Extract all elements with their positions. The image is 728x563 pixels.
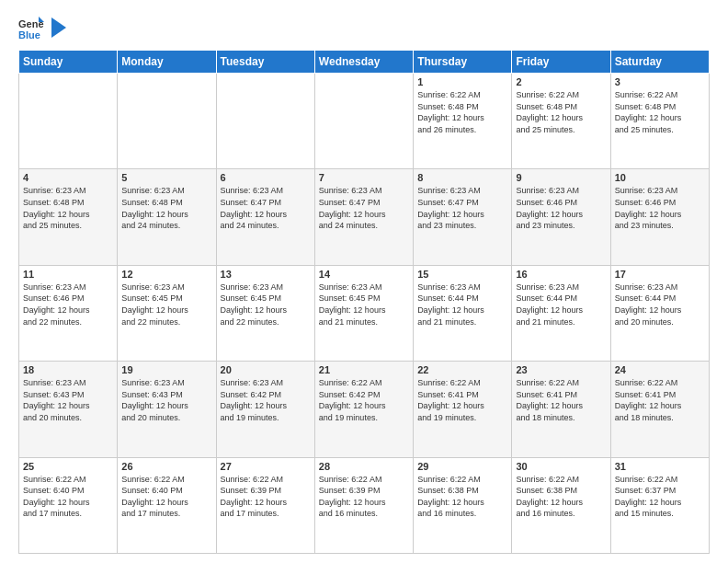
day-header-saturday: Saturday xyxy=(610,51,709,74)
calendar-cell: 17Sunrise: 6:23 AM Sunset: 6:44 PM Dayli… xyxy=(610,265,709,361)
calendar-cell: 10Sunrise: 6:23 AM Sunset: 6:46 PM Dayli… xyxy=(610,169,709,265)
calendar-cell: 12Sunrise: 6:23 AM Sunset: 6:45 PM Dayli… xyxy=(118,265,216,361)
svg-marker-3 xyxy=(51,17,66,38)
day-number: 21 xyxy=(319,364,409,375)
day-header-monday: Monday xyxy=(118,51,216,74)
day-info: Sunrise: 6:22 AM Sunset: 6:38 PM Dayligh… xyxy=(417,474,507,520)
day-number: 9 xyxy=(516,172,606,183)
calendar-cell: 15Sunrise: 6:23 AM Sunset: 6:44 PM Dayli… xyxy=(414,265,512,361)
day-header-thursday: Thursday xyxy=(414,51,512,74)
calendar-cell: 8Sunrise: 6:23 AM Sunset: 6:47 PM Daylig… xyxy=(414,169,512,265)
day-number: 13 xyxy=(221,269,311,280)
day-number: 12 xyxy=(121,269,211,280)
day-number: 23 xyxy=(516,364,606,375)
day-number: 6 xyxy=(221,172,311,183)
week-row-2: 4Sunrise: 6:23 AM Sunset: 6:48 PM Daylig… xyxy=(19,169,710,265)
day-number: 16 xyxy=(516,269,606,280)
calendar-cell: 21Sunrise: 6:22 AM Sunset: 6:42 PM Dayli… xyxy=(314,362,413,457)
calendar-cell xyxy=(118,74,216,169)
week-row-4: 18Sunrise: 6:23 AM Sunset: 6:43 PM Dayli… xyxy=(19,362,710,457)
logo: General Blue xyxy=(18,15,66,40)
calendar-table: SundayMondayTuesdayWednesdayThursdayFrid… xyxy=(18,50,710,554)
day-info: Sunrise: 6:23 AM Sunset: 6:42 PM Dayligh… xyxy=(221,377,311,423)
calendar-cell: 20Sunrise: 6:23 AM Sunset: 6:42 PM Dayli… xyxy=(216,362,314,457)
calendar-cell: 16Sunrise: 6:23 AM Sunset: 6:44 PM Dayli… xyxy=(512,265,610,361)
day-number: 28 xyxy=(319,461,409,472)
week-row-1: 1Sunrise: 6:22 AM Sunset: 6:48 PM Daylig… xyxy=(19,74,710,169)
day-number: 15 xyxy=(417,269,507,280)
day-header-tuesday: Tuesday xyxy=(216,51,314,74)
header: General Blue xyxy=(18,15,710,40)
calendar-cell: 9Sunrise: 6:23 AM Sunset: 6:46 PM Daylig… xyxy=(512,169,610,265)
calendar-cell: 25Sunrise: 6:22 AM Sunset: 6:40 PM Dayli… xyxy=(19,457,118,553)
day-number: 4 xyxy=(23,172,113,183)
calendar-cell: 28Sunrise: 6:22 AM Sunset: 6:39 PM Dayli… xyxy=(314,457,413,553)
day-info: Sunrise: 6:22 AM Sunset: 6:40 PM Dayligh… xyxy=(121,474,211,520)
calendar-cell: 13Sunrise: 6:23 AM Sunset: 6:45 PM Dayli… xyxy=(216,265,314,361)
day-header-friday: Friday xyxy=(512,51,610,74)
calendar-cell: 14Sunrise: 6:23 AM Sunset: 6:45 PM Dayli… xyxy=(314,265,413,361)
day-number: 31 xyxy=(615,461,705,472)
calendar-cell: 30Sunrise: 6:22 AM Sunset: 6:38 PM Dayli… xyxy=(512,457,610,553)
calendar-cell xyxy=(314,74,413,169)
day-info: Sunrise: 6:23 AM Sunset: 6:47 PM Dayligh… xyxy=(221,185,311,231)
day-number: 18 xyxy=(23,364,113,375)
day-number: 11 xyxy=(23,269,113,280)
day-info: Sunrise: 6:23 AM Sunset: 6:45 PM Dayligh… xyxy=(319,282,409,327)
calendar-cell xyxy=(216,74,314,169)
day-number: 8 xyxy=(417,172,507,183)
calendar-cell: 19Sunrise: 6:23 AM Sunset: 6:43 PM Dayli… xyxy=(118,362,216,457)
day-number: 30 xyxy=(516,461,606,472)
logo-arrow-icon xyxy=(51,17,66,38)
day-number: 22 xyxy=(417,364,507,375)
calendar-cell: 6Sunrise: 6:23 AM Sunset: 6:47 PM Daylig… xyxy=(216,169,314,265)
logo-icon: General Blue xyxy=(18,15,44,40)
day-info: Sunrise: 6:22 AM Sunset: 6:37 PM Dayligh… xyxy=(615,474,705,520)
day-header-sunday: Sunday xyxy=(19,51,118,74)
day-info: Sunrise: 6:23 AM Sunset: 6:47 PM Dayligh… xyxy=(417,185,507,231)
calendar-cell: 29Sunrise: 6:22 AM Sunset: 6:38 PM Dayli… xyxy=(414,457,512,553)
day-info: Sunrise: 6:23 AM Sunset: 6:44 PM Dayligh… xyxy=(516,282,606,327)
day-info: Sunrise: 6:23 AM Sunset: 6:44 PM Dayligh… xyxy=(615,282,705,327)
day-info: Sunrise: 6:22 AM Sunset: 6:41 PM Dayligh… xyxy=(417,377,507,423)
day-number: 1 xyxy=(417,76,507,87)
day-number: 3 xyxy=(615,76,705,87)
day-info: Sunrise: 6:22 AM Sunset: 6:48 PM Dayligh… xyxy=(615,89,705,135)
calendar-cell: 4Sunrise: 6:23 AM Sunset: 6:48 PM Daylig… xyxy=(19,169,118,265)
day-info: Sunrise: 6:23 AM Sunset: 6:45 PM Dayligh… xyxy=(121,282,211,327)
day-info: Sunrise: 6:23 AM Sunset: 6:44 PM Dayligh… xyxy=(417,282,507,327)
calendar-cell: 22Sunrise: 6:22 AM Sunset: 6:41 PM Dayli… xyxy=(414,362,512,457)
calendar-cell: 2Sunrise: 6:22 AM Sunset: 6:48 PM Daylig… xyxy=(512,74,610,169)
day-info: Sunrise: 6:23 AM Sunset: 6:46 PM Dayligh… xyxy=(23,282,113,327)
day-info: Sunrise: 6:22 AM Sunset: 6:48 PM Dayligh… xyxy=(516,89,606,135)
calendar-cell: 27Sunrise: 6:22 AM Sunset: 6:39 PM Dayli… xyxy=(216,457,314,553)
day-info: Sunrise: 6:22 AM Sunset: 6:40 PM Dayligh… xyxy=(23,474,113,520)
calendar-cell: 31Sunrise: 6:22 AM Sunset: 6:37 PM Dayli… xyxy=(610,457,709,553)
day-number: 27 xyxy=(221,461,311,472)
page: General Blue SundayMondayTuesdayWednesda… xyxy=(0,0,728,563)
day-info: Sunrise: 6:23 AM Sunset: 6:43 PM Dayligh… xyxy=(23,377,113,423)
day-header-wednesday: Wednesday xyxy=(314,51,413,74)
day-number: 10 xyxy=(615,172,705,183)
week-row-5: 25Sunrise: 6:22 AM Sunset: 6:40 PM Dayli… xyxy=(19,457,710,553)
calendar-cell: 5Sunrise: 6:23 AM Sunset: 6:48 PM Daylig… xyxy=(118,169,216,265)
day-info: Sunrise: 6:22 AM Sunset: 6:48 PM Dayligh… xyxy=(417,89,507,135)
day-number: 29 xyxy=(417,461,507,472)
svg-text:Blue: Blue xyxy=(18,29,40,40)
calendar-cell: 1Sunrise: 6:22 AM Sunset: 6:48 PM Daylig… xyxy=(414,74,512,169)
week-row-3: 11Sunrise: 6:23 AM Sunset: 6:46 PM Dayli… xyxy=(19,265,710,361)
day-info: Sunrise: 6:23 AM Sunset: 6:47 PM Dayligh… xyxy=(319,185,409,231)
day-info: Sunrise: 6:22 AM Sunset: 6:41 PM Dayligh… xyxy=(516,377,606,423)
calendar-header-row: SundayMondayTuesdayWednesdayThursdayFrid… xyxy=(19,51,710,74)
calendar-cell xyxy=(19,74,118,169)
day-info: Sunrise: 6:23 AM Sunset: 6:48 PM Dayligh… xyxy=(23,185,113,231)
day-number: 5 xyxy=(121,172,211,183)
day-number: 7 xyxy=(319,172,409,183)
day-number: 14 xyxy=(319,269,409,280)
day-info: Sunrise: 6:23 AM Sunset: 6:48 PM Dayligh… xyxy=(121,185,211,231)
day-info: Sunrise: 6:22 AM Sunset: 6:38 PM Dayligh… xyxy=(516,474,606,520)
calendar-cell: 26Sunrise: 6:22 AM Sunset: 6:40 PM Dayli… xyxy=(118,457,216,553)
day-number: 19 xyxy=(121,364,211,375)
day-number: 25 xyxy=(23,461,113,472)
day-info: Sunrise: 6:23 AM Sunset: 6:45 PM Dayligh… xyxy=(221,282,311,327)
